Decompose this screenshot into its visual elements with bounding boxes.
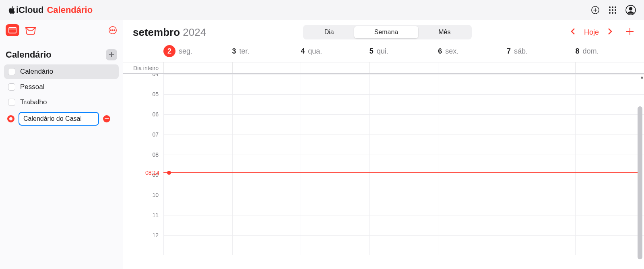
- time-slot[interactable]: [301, 175, 369, 195]
- checkbox-icon[interactable]: [8, 99, 15, 106]
- day-header[interactable]: 8dom.: [575, 47, 644, 56]
- time-slot[interactable]: [575, 195, 644, 215]
- time-slot[interactable]: [369, 195, 438, 215]
- checkbox-icon[interactable]: [8, 83, 15, 91]
- time-slot[interactable]: [301, 135, 369, 155]
- time-slot[interactable]: [369, 155, 438, 175]
- time-slot[interactable]: [163, 236, 232, 255]
- time-slot[interactable]: [507, 215, 576, 235]
- day-header[interactable]: 7sáb.: [507, 47, 576, 56]
- compose-icon[interactable]: [591, 6, 600, 14]
- time-slot[interactable]: [232, 215, 301, 235]
- allday-cell[interactable]: [369, 62, 438, 73]
- time-slot[interactable]: [232, 155, 301, 175]
- time-slot[interactable]: [507, 236, 576, 255]
- time-slot[interactable]: [438, 74, 507, 94]
- time-slot[interactable]: [438, 236, 507, 255]
- view-day-button[interactable]: Dia: [304, 26, 354, 38]
- hour-grid-wrap[interactable]: 040506070809101112 08:14 ▴: [123, 74, 644, 269]
- time-slot[interactable]: [438, 175, 507, 195]
- time-slot[interactable]: [301, 95, 369, 114]
- time-slot[interactable]: [163, 115, 232, 134]
- time-slot[interactable]: [163, 74, 232, 94]
- time-slot[interactable]: [369, 175, 438, 195]
- time-slot[interactable]: [575, 236, 644, 255]
- time-slot[interactable]: [575, 115, 644, 134]
- time-slot[interactable]: [232, 236, 301, 255]
- time-slot[interactable]: [163, 195, 232, 215]
- time-slot[interactable]: [438, 95, 507, 114]
- time-slot[interactable]: [369, 215, 438, 235]
- add-calendar-button[interactable]: [106, 49, 117, 60]
- more-options-icon[interactable]: [108, 26, 117, 35]
- time-slot[interactable]: [507, 95, 576, 114]
- scroll-up-icon[interactable]: ▴: [641, 74, 643, 80]
- time-slot[interactable]: [438, 115, 507, 134]
- checkbox-icon[interactable]: [8, 68, 15, 75]
- time-slot[interactable]: [575, 175, 644, 195]
- time-slot[interactable]: [232, 195, 301, 215]
- allday-cell[interactable]: [438, 62, 507, 73]
- time-slot[interactable]: [232, 95, 301, 114]
- allday-cell[interactable]: [507, 62, 576, 73]
- time-slot[interactable]: [507, 155, 576, 175]
- time-slot[interactable]: [438, 135, 507, 155]
- calendar-name-input[interactable]: [19, 112, 99, 126]
- time-slot[interactable]: [301, 74, 369, 94]
- app-name[interactable]: Calendário: [47, 5, 93, 15]
- allday-cell[interactable]: [232, 62, 301, 73]
- view-week-button[interactable]: Semana: [354, 26, 419, 38]
- account-icon[interactable]: [625, 5, 636, 15]
- time-slot[interactable]: [301, 115, 369, 134]
- calendar-view-icon[interactable]: [6, 24, 19, 36]
- time-slot[interactable]: [163, 175, 232, 195]
- time-slot[interactable]: [232, 115, 301, 134]
- time-slot[interactable]: [438, 215, 507, 235]
- time-slot[interactable]: [507, 115, 576, 134]
- time-slot[interactable]: [575, 215, 644, 235]
- time-slot[interactable]: [438, 155, 507, 175]
- time-slot[interactable]: [301, 155, 369, 175]
- time-slot[interactable]: [163, 95, 232, 114]
- day-header[interactable]: 5qui.: [369, 47, 438, 56]
- scroll-thumb[interactable]: [638, 106, 642, 259]
- time-slot[interactable]: [232, 135, 301, 155]
- time-slot[interactable]: [507, 175, 576, 195]
- time-slot[interactable]: [507, 74, 576, 94]
- today-button[interactable]: Hoje: [584, 28, 599, 37]
- radio-selected-icon[interactable]: [7, 115, 14, 122]
- time-slot[interactable]: [575, 74, 644, 94]
- apps-grid-icon[interactable]: [609, 6, 617, 14]
- time-slot[interactable]: [301, 195, 369, 215]
- time-slot[interactable]: [369, 115, 438, 134]
- inbox-icon[interactable]: [25, 26, 36, 35]
- time-slot[interactable]: [369, 236, 438, 255]
- time-slot[interactable]: [369, 135, 438, 155]
- day-header[interactable]: 3ter.: [232, 47, 301, 56]
- allday-cell[interactable]: [301, 62, 369, 73]
- time-slot[interactable]: [575, 155, 644, 175]
- day-header[interactable]: 2seg.: [163, 45, 232, 57]
- time-slot[interactable]: [232, 175, 301, 195]
- time-slot[interactable]: [438, 195, 507, 215]
- time-slot[interactable]: [301, 236, 369, 255]
- time-slot[interactable]: [369, 95, 438, 114]
- allday-cell[interactable]: [575, 62, 644, 73]
- new-event-button[interactable]: [625, 26, 634, 39]
- time-slot[interactable]: [575, 135, 644, 155]
- time-slot[interactable]: [163, 135, 232, 155]
- time-slot[interactable]: [301, 215, 369, 235]
- day-header[interactable]: 6sex.: [438, 47, 507, 56]
- time-slot[interactable]: [369, 74, 438, 94]
- day-header[interactable]: 4qua.: [301, 47, 369, 56]
- remove-calendar-button[interactable]: [103, 115, 110, 122]
- allday-cell[interactable]: [163, 62, 232, 73]
- view-month-button[interactable]: Mês: [418, 26, 471, 38]
- calendar-item[interactable]: Calendário: [4, 64, 119, 79]
- time-slot[interactable]: [507, 135, 576, 155]
- time-slot[interactable]: [575, 95, 644, 114]
- icloud-brand[interactable]: iCloud: [8, 5, 43, 15]
- time-slot[interactable]: [507, 195, 576, 215]
- next-week-button[interactable]: [606, 28, 614, 37]
- time-slot[interactable]: [163, 215, 232, 235]
